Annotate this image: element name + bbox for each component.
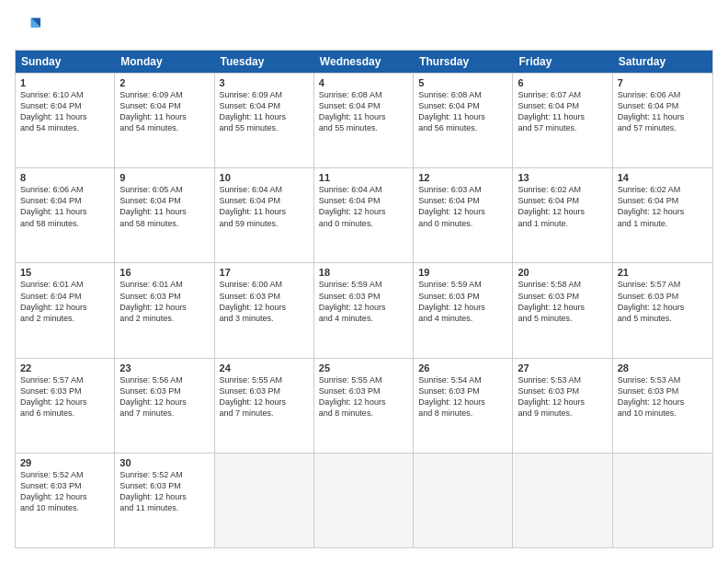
cell-day-number: 30 [119, 457, 209, 468]
calendar-cell: 23Sunrise: 5:56 AM Sunset: 6:03 PM Dayli… [115, 359, 214, 453]
cell-day-number: 21 [618, 267, 708, 278]
cell-day-number: 17 [220, 267, 309, 278]
calendar-cell: 30Sunrise: 5:52 AM Sunset: 6:03 PM Dayli… [115, 454, 214, 547]
cell-day-number: 14 [618, 172, 708, 183]
calendar-cell: 12Sunrise: 6:03 AM Sunset: 6:04 PM Dayli… [414, 168, 513, 262]
cell-info: Sunrise: 5:55 AM Sunset: 6:03 PM Dayligh… [220, 374, 309, 419]
cell-day-number: 25 [319, 362, 408, 373]
calendar-cell: 8Sunrise: 6:06 AM Sunset: 6:04 PM Daylig… [16, 168, 115, 262]
cell-info: Sunrise: 6:04 AM Sunset: 6:04 PM Dayligh… [319, 184, 408, 229]
calendar-row: 15Sunrise: 6:01 AM Sunset: 6:04 PM Dayli… [16, 262, 712, 357]
cell-day-number: 16 [119, 267, 209, 278]
cell-info: Sunrise: 6:08 AM Sunset: 6:04 PM Dayligh… [418, 89, 507, 134]
cell-day-number: 19 [418, 267, 507, 278]
cell-day-number: 29 [20, 457, 109, 468]
cell-day-number: 26 [418, 362, 507, 373]
cell-day-number: 12 [418, 172, 507, 183]
cell-info: Sunrise: 6:01 AM Sunset: 6:03 PM Dayligh… [119, 279, 209, 324]
cell-info: Sunrise: 5:58 AM Sunset: 6:03 PM Dayligh… [518, 279, 607, 324]
cell-info: Sunrise: 5:56 AM Sunset: 6:03 PM Dayligh… [119, 374, 209, 419]
logo [15, 15, 44, 40]
cell-info: Sunrise: 6:02 AM Sunset: 6:04 PM Dayligh… [518, 184, 607, 229]
cell-day-number: 11 [319, 172, 408, 183]
calendar-cell [215, 454, 314, 547]
calendar-cell: 4Sunrise: 6:08 AM Sunset: 6:04 PM Daylig… [314, 74, 414, 167]
cell-info: Sunrise: 5:53 AM Sunset: 6:03 PM Dayligh… [618, 374, 708, 419]
cell-info: Sunrise: 6:07 AM Sunset: 6:04 PM Dayligh… [518, 89, 607, 134]
day-header-tuesday: Tuesday [215, 51, 314, 73]
calendar-cell: 25Sunrise: 5:55 AM Sunset: 6:03 PM Dayli… [314, 359, 414, 453]
cell-info: Sunrise: 6:06 AM Sunset: 6:04 PM Dayligh… [20, 184, 109, 229]
calendar-cell: 13Sunrise: 6:02 AM Sunset: 6:04 PM Dayli… [513, 168, 612, 262]
cell-day-number: 28 [618, 362, 708, 373]
calendar-cell: 7Sunrise: 6:06 AM Sunset: 6:04 PM Daylig… [613, 74, 712, 167]
calendar-cell: 3Sunrise: 6:09 AM Sunset: 6:04 PM Daylig… [215, 74, 314, 167]
calendar-cell: 11Sunrise: 6:04 AM Sunset: 6:04 PM Dayli… [314, 168, 414, 262]
calendar-cell [613, 454, 712, 547]
cell-info: Sunrise: 6:08 AM Sunset: 6:04 PM Dayligh… [319, 89, 408, 134]
cell-day-number: 8 [20, 172, 109, 183]
calendar-cell: 24Sunrise: 5:55 AM Sunset: 6:03 PM Dayli… [215, 359, 314, 453]
calendar-cell: 27Sunrise: 5:53 AM Sunset: 6:03 PM Dayli… [513, 359, 612, 453]
cell-info: Sunrise: 6:01 AM Sunset: 6:04 PM Dayligh… [20, 279, 109, 324]
page: Sunday Monday Tuesday Wednesday Thursday… [0, 0, 728, 563]
calendar-cell: 1Sunrise: 6:10 AM Sunset: 6:04 PM Daylig… [16, 74, 115, 167]
calendar-cell [314, 454, 414, 547]
calendar-row: 1Sunrise: 6:10 AM Sunset: 6:04 PM Daylig… [16, 73, 712, 167]
calendar-cell: 21Sunrise: 5:57 AM Sunset: 6:03 PM Dayli… [613, 263, 712, 357]
calendar-cell: 10Sunrise: 6:04 AM Sunset: 6:04 PM Dayli… [215, 168, 314, 262]
day-header-thursday: Thursday [414, 51, 513, 73]
cell-info: Sunrise: 6:09 AM Sunset: 6:04 PM Dayligh… [119, 89, 209, 134]
calendar-row: 8Sunrise: 6:06 AM Sunset: 6:04 PM Daylig… [16, 167, 712, 262]
cell-info: Sunrise: 5:59 AM Sunset: 6:03 PM Dayligh… [319, 279, 408, 324]
day-header-saturday: Saturday [613, 51, 712, 73]
cell-day-number: 1 [20, 77, 109, 88]
cell-day-number: 7 [618, 77, 708, 88]
calendar-cell: 6Sunrise: 6:07 AM Sunset: 6:04 PM Daylig… [513, 74, 612, 167]
cell-day-number: 22 [20, 362, 109, 373]
cell-info: Sunrise: 6:06 AM Sunset: 6:04 PM Dayligh… [618, 89, 708, 134]
cell-day-number: 5 [418, 77, 507, 88]
calendar: Sunday Monday Tuesday Wednesday Thursday… [15, 50, 713, 548]
cell-info: Sunrise: 5:59 AM Sunset: 6:03 PM Dayligh… [418, 279, 507, 324]
calendar-cell [513, 454, 612, 547]
cell-info: Sunrise: 6:00 AM Sunset: 6:03 PM Dayligh… [220, 279, 309, 324]
cell-day-number: 18 [319, 267, 408, 278]
calendar-cell: 29Sunrise: 5:52 AM Sunset: 6:03 PM Dayli… [16, 454, 115, 547]
calendar-cell: 16Sunrise: 6:01 AM Sunset: 6:03 PM Dayli… [115, 263, 214, 357]
calendar-header-row: Sunday Monday Tuesday Wednesday Thursday… [16, 51, 712, 73]
calendar-cell: 14Sunrise: 6:02 AM Sunset: 6:04 PM Dayli… [613, 168, 712, 262]
cell-info: Sunrise: 5:52 AM Sunset: 6:03 PM Dayligh… [20, 469, 109, 514]
cell-day-number: 15 [20, 267, 109, 278]
calendar-cell: 15Sunrise: 6:01 AM Sunset: 6:04 PM Dayli… [16, 263, 115, 357]
cell-info: Sunrise: 6:09 AM Sunset: 6:04 PM Dayligh… [220, 89, 309, 134]
day-header-sunday: Sunday [16, 51, 115, 73]
cell-day-number: 10 [220, 172, 309, 183]
cell-info: Sunrise: 5:53 AM Sunset: 6:03 PM Dayligh… [518, 374, 607, 419]
day-header-monday: Monday [115, 51, 214, 73]
calendar-cell: 2Sunrise: 6:09 AM Sunset: 6:04 PM Daylig… [115, 74, 214, 167]
calendar-cell: 26Sunrise: 5:54 AM Sunset: 6:03 PM Dayli… [414, 359, 513, 453]
calendar-row: 29Sunrise: 5:52 AM Sunset: 6:03 PM Dayli… [16, 453, 712, 547]
cell-info: Sunrise: 6:02 AM Sunset: 6:04 PM Dayligh… [618, 184, 708, 229]
calendar-cell: 18Sunrise: 5:59 AM Sunset: 6:03 PM Dayli… [314, 263, 414, 357]
calendar-cell: 19Sunrise: 5:59 AM Sunset: 6:03 PM Dayli… [414, 263, 513, 357]
calendar-row: 22Sunrise: 5:57 AM Sunset: 6:03 PM Dayli… [16, 358, 712, 453]
cell-info: Sunrise: 6:03 AM Sunset: 6:04 PM Dayligh… [418, 184, 507, 229]
cell-day-number: 20 [518, 267, 607, 278]
cell-day-number: 27 [518, 362, 607, 373]
calendar-cell [414, 454, 513, 547]
cell-info: Sunrise: 6:05 AM Sunset: 6:04 PM Dayligh… [119, 184, 209, 229]
header [15, 15, 713, 40]
day-header-friday: Friday [513, 51, 612, 73]
cell-day-number: 13 [518, 172, 607, 183]
calendar-cell: 17Sunrise: 6:00 AM Sunset: 6:03 PM Dayli… [215, 263, 314, 357]
cell-day-number: 3 [220, 77, 309, 88]
calendar-cell: 9Sunrise: 6:05 AM Sunset: 6:04 PM Daylig… [115, 168, 214, 262]
cell-day-number: 2 [119, 77, 209, 88]
cell-day-number: 4 [319, 77, 408, 88]
cell-day-number: 9 [119, 172, 209, 183]
cell-day-number: 6 [518, 77, 607, 88]
cell-day-number: 24 [220, 362, 309, 373]
cell-info: Sunrise: 6:10 AM Sunset: 6:04 PM Dayligh… [20, 89, 109, 134]
